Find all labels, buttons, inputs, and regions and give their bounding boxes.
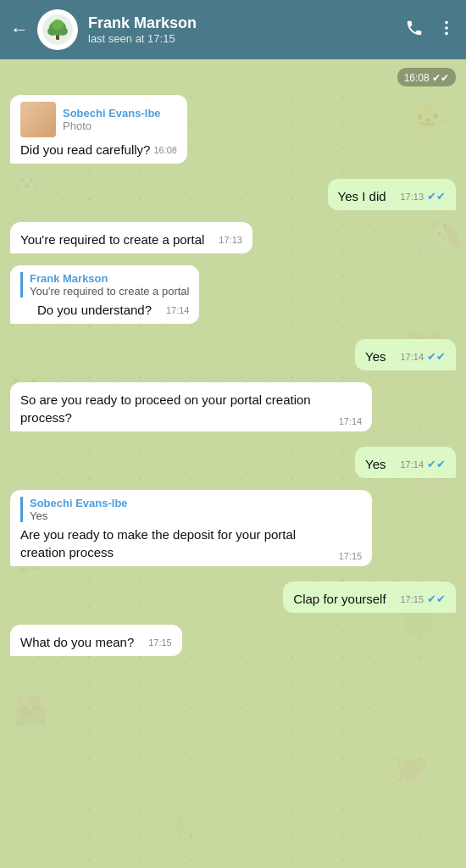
menu-button[interactable] (437, 19, 456, 42)
call-button[interactable] (405, 19, 424, 42)
msg-meta-sent-3: Yes 17:14 ✔✔ (365, 455, 446, 473)
message-sent-4: Clap for yourself 17:15 ✔✔ (283, 581, 456, 613)
svg-point-8 (445, 31, 448, 35)
msg-text-sent-3: Yes (365, 455, 386, 473)
msg-meta-recv-4: So are you ready to proceed on your port… (20, 391, 362, 426)
msg-text-sent-4: Clap for yourself (293, 590, 386, 608)
message-recv-4: So are you ready to proceed on your port… (10, 382, 372, 431)
msg-ticks-4: ✔✔ (427, 593, 446, 605)
photo-info: Sobechi Evans-Ibe Photo (63, 107, 161, 132)
quote-sender-3: Frank Markson (30, 272, 189, 285)
msg-text-recv-6: What do you mean? (20, 633, 134, 651)
back-button[interactable]: ← (10, 19, 29, 41)
svg-point-6 (445, 20, 448, 24)
contact-status: last seen at 17:15 (88, 32, 405, 45)
msg-time-recv-3: 17:14 (166, 305, 190, 315)
message-sent-1: Yes I did 17:13 ✔✔ (328, 179, 456, 210)
msg-text-recv-5: Are you ready to make the deposit for yo… (20, 526, 325, 561)
chat-background: 🐱 🐰 🦄 🎀 🐸 🌸 🦋 🍀 🌺 🐙 🎋 16:08 ✔✔ Sobechi E… (0, 59, 466, 868)
msg-text-sent-2: Yes (365, 348, 386, 365)
msg-meta-recv-3: Do you understand? 17:14 (20, 301, 189, 319)
msg-time-1: 16:08 (153, 145, 177, 155)
msg-meta-sent-4: Clap for yourself 17:15 ✔✔ (293, 590, 446, 608)
quote-text-3: You're required to create a portal (30, 285, 189, 298)
message-sent-2: Yes 17:14 ✔✔ (355, 339, 456, 370)
msg-time-recv-2: 17:13 (219, 235, 242, 245)
msg-time-recv-4: 17:14 (339, 416, 363, 426)
chat-header: ← Frank Markson last seen at 17:15 (0, 0, 466, 59)
msg-meta-1: Did you read carefully? 16:08 (20, 141, 177, 159)
msg-ticks-1: ✔✔ (427, 190, 446, 203)
msg-ticks-2: ✔✔ (427, 350, 446, 363)
photo-thumbnail (20, 102, 56, 137)
quote-5: Sobechi Evans-Ibe Yes (20, 497, 362, 522)
message-recv-5: Sobechi Evans-Ibe Yes Are you ready to m… (10, 490, 372, 566)
photo-preview: Sobechi Evans-Ibe Photo (20, 102, 177, 137)
quote-3: Frank Markson You're required to create … (20, 272, 189, 298)
msg-meta-sent-1: Yes I did 17:13 ✔✔ (338, 187, 446, 205)
msg-time-sent-3: 17:14 (400, 459, 424, 470)
contact-name: Frank Markson (88, 14, 405, 32)
messages-list: 16:08 ✔✔ Sobechi Evans-Ibe Photo Did you… (0, 59, 466, 868)
msg-text-1: Did you read carefully? (20, 141, 150, 159)
quote-sender-5: Sobechi Evans-Ibe (30, 497, 362, 509)
msg-meta-sent-2: Yes 17:14 ✔✔ (365, 348, 446, 365)
photo-sender: Sobechi Evans-Ibe (63, 107, 161, 120)
quote-text-5: Yes (30, 509, 362, 522)
contact-avatar (37, 9, 78, 50)
msg-time-sent-4: 17:15 (400, 594, 424, 604)
message-sent-3: Yes 17:14 ✔✔ (355, 447, 456, 478)
message-recv-3: Frank Markson You're required to create … (10, 265, 199, 324)
msg-time-recv-5: 17:15 (339, 551, 363, 561)
contact-info: Frank Markson last seen at 17:15 (88, 14, 405, 45)
time-separator: 16:08 ✔✔ (397, 68, 456, 86)
time-separator-text: 16:08 ✔✔ (404, 72, 449, 84)
svg-point-7 (445, 26, 448, 30)
message-recv-6: What do you mean? 17:15 (10, 625, 182, 656)
msg-time-recv-6: 17:15 (148, 637, 172, 648)
photo-label: Photo (63, 120, 161, 132)
msg-meta-recv-6: What do you mean? 17:15 (20, 633, 172, 651)
msg-text-recv-3: Do you understand? (37, 301, 152, 319)
header-actions (405, 19, 456, 42)
msg-text-recv-2: You're required to create a portal (20, 231, 204, 248)
msg-text-sent-1: Yes I did (338, 187, 386, 205)
message-recv-1: Sobechi Evans-Ibe Photo Did you read car… (10, 95, 187, 164)
msg-text-recv-4: So are you ready to proceed on your port… (20, 391, 325, 426)
msg-meta-recv-2: You're required to create a portal 17:13 (20, 231, 242, 248)
msg-meta-recv-5: Are you ready to make the deposit for yo… (20, 526, 362, 561)
msg-time-sent-2: 17:14 (400, 352, 424, 362)
message-recv-2: You're required to create a portal 17:13 (10, 222, 252, 253)
svg-point-5 (52, 19, 64, 30)
msg-ticks-3: ✔✔ (427, 458, 446, 470)
msg-time-sent-1: 17:13 (400, 192, 424, 202)
